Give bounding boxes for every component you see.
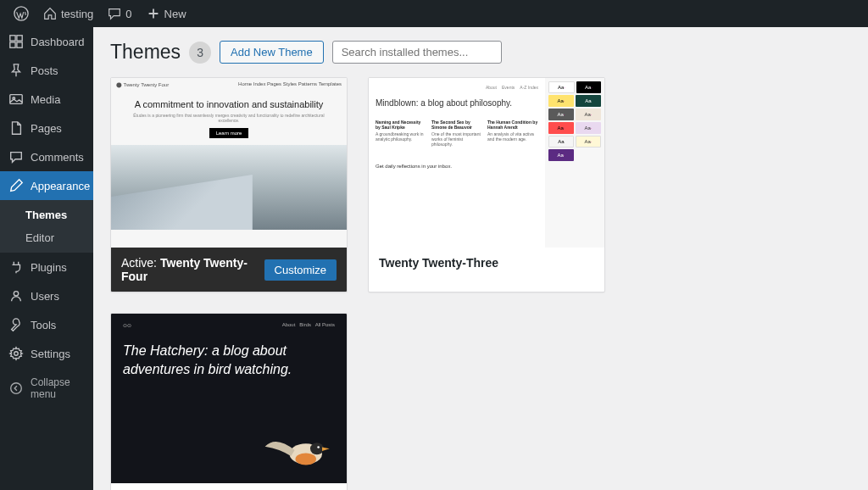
wp-logo[interactable] (7, 6, 36, 21)
theme-name: Twenty Twenty-Three (379, 256, 498, 270)
theme-card-1[interactable]: AboutEventsA-Z Index Mindblown: a blog a… (368, 77, 605, 292)
svg-point-9 (11, 383, 22, 394)
menu-item-tools[interactable]: Tools (0, 310, 93, 339)
theme-count-badge: 3 (189, 42, 211, 64)
menu-label: Tools (31, 319, 56, 331)
new-label: New (164, 8, 186, 20)
menu-item-media[interactable]: Media (0, 85, 93, 114)
theme-footer: Active:Twenty Twenty-Four Customize (111, 248, 347, 292)
menu-label: Pages (31, 122, 62, 135)
wrench-icon (8, 317, 24, 332)
submenu-item-themes[interactable]: Themes (0, 203, 93, 226)
comments-count: 0 (125, 8, 131, 20)
page-icon (8, 120, 24, 136)
menu-item-users[interactable]: Users (0, 281, 93, 310)
settings-icon (8, 346, 24, 361)
user-icon (8, 288, 24, 303)
menu-label: Posts (31, 64, 58, 77)
main-content: Themes 3 Add New Theme ⬤ Twenty Twenty F… (93, 27, 868, 490)
active-label: Active: (121, 256, 157, 270)
pin-icon (8, 63, 24, 78)
menu-label: Media (31, 93, 60, 106)
menu-label: Plugins (31, 261, 67, 274)
site-link[interactable]: testing (36, 6, 100, 21)
menu-item-plugins[interactable]: Plugins (0, 253, 93, 281)
theme-footer: Twenty Twenty-Three (369, 248, 604, 278)
svg-point-8 (14, 352, 19, 356)
svg-rect-2 (17, 36, 22, 41)
menu-item-settings[interactable]: Settings (0, 339, 93, 368)
svg-point-12 (296, 454, 317, 465)
svg-point-7 (14, 292, 18, 296)
bird-illustration (260, 420, 337, 480)
collapse-label: Collapse menu (31, 376, 85, 400)
media-icon (8, 92, 24, 107)
comment-icon (107, 6, 122, 21)
svg-point-11 (310, 443, 324, 454)
svg-rect-5 (10, 95, 22, 104)
menu-label: Appearance (31, 180, 90, 192)
menu-label: Dashboard (31, 36, 85, 48)
collapse-icon (8, 381, 24, 396)
appearance-submenu: ThemesEditor (0, 200, 93, 253)
svg-point-13 (317, 446, 320, 448)
add-new-theme-button[interactable]: Add New Theme (220, 41, 324, 64)
plug-icon (8, 259, 24, 275)
menu-item-appearance[interactable]: Appearance (0, 171, 93, 200)
theme-card-2[interactable]: ⊙⊙About Birds All Posts The Hatchery: a … (110, 313, 348, 490)
svg-rect-1 (10, 36, 15, 41)
themes-grid: ⬤ Twenty Twenty FourHome Index Pages Sty… (110, 77, 851, 490)
admin-topbar: testing 0 New (0, 0, 868, 27)
theme-screenshot: AboutEventsA-Z Index Mindblown: a blog a… (369, 78, 604, 248)
plus-icon (146, 6, 161, 21)
customize-button[interactable]: Customize (264, 259, 337, 281)
menu-item-posts[interactable]: Posts (0, 56, 93, 85)
menu-label: Comments (31, 151, 84, 164)
menu-label: Settings (31, 348, 70, 360)
menu-item-dashboard[interactable]: Dashboard (0, 27, 93, 56)
theme-screenshot: ⬤ Twenty Twenty FourHome Index Pages Sty… (111, 78, 347, 248)
submenu-item-editor[interactable]: Editor (0, 226, 93, 249)
comment-icon (8, 149, 24, 164)
theme-footer: Twenty Twenty-Two (111, 483, 347, 490)
brush-icon (8, 178, 24, 193)
menu-item-pages[interactable]: Pages (0, 114, 93, 142)
wordpress-icon (14, 6, 29, 21)
menu-item-comments[interactable]: Comments (0, 142, 93, 171)
new-link[interactable]: New (139, 6, 193, 21)
svg-rect-4 (17, 42, 22, 47)
dashboard-icon (8, 34, 24, 49)
svg-rect-3 (10, 42, 15, 47)
page-title: Themes (110, 41, 181, 64)
theme-screenshot: ⊙⊙About Birds All Posts The Hatchery: a … (111, 314, 347, 483)
comments-link[interactable]: 0 (100, 6, 138, 21)
svg-point-0 (14, 7, 28, 20)
search-themes-input[interactable] (332, 41, 502, 64)
theme-card-0[interactable]: ⬤ Twenty Twenty FourHome Index Pages Sty… (110, 77, 348, 292)
page-header: Themes 3 Add New Theme (110, 41, 851, 64)
home-icon (42, 6, 58, 21)
admin-sidebar: DashboardPostsMediaPagesCommentsAppearan… (0, 27, 93, 490)
collapse-menu[interactable]: Collapse menu (0, 368, 93, 409)
site-name: testing (61, 8, 93, 20)
menu-label: Users (31, 290, 59, 303)
